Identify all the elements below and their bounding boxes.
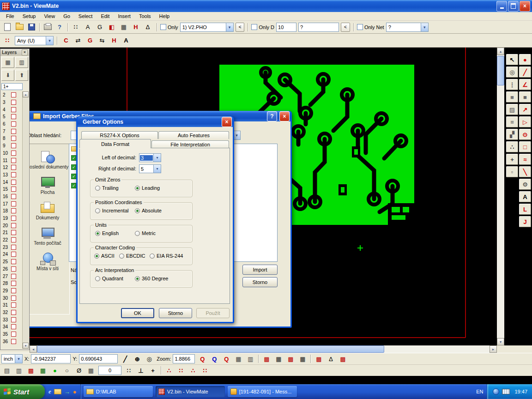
dialog-help-button[interactable]: ? [267, 111, 277, 121]
chevron-down-icon[interactable]: ▾ [421, 23, 428, 31]
coding-eia-radio[interactable]: EIA RS-244 [150, 253, 183, 259]
layer-row[interactable]: 16 [1, 193, 23, 200]
layer-row[interactable]: 35 [1, 331, 23, 338]
arc-quadrant-radio[interactable]: Quadrant [95, 276, 123, 281]
layer-color-swatch[interactable] [11, 223, 16, 228]
layer-grid-button[interactable]: ▦ [1, 57, 14, 68]
sel-pattern-1-button[interactable]: ∴ [163, 365, 175, 376]
scroll-down-button[interactable]: ▾ [497, 338, 504, 345]
layer-row[interactable]: 25 [1, 258, 23, 266]
menu-help[interactable]: Help [155, 12, 174, 20]
layer-color-swatch[interactable] [11, 216, 16, 221]
film-pattern-4-button[interactable]: ▦ [297, 353, 308, 364]
context-help-button[interactable]: ? [54, 22, 65, 33]
menu-go[interactable]: Go [59, 12, 74, 20]
taskbar-task-viewmate[interactable]: V2.bin - ViewMate [156, 386, 225, 397]
layer-lines-button[interactable]: ≡ [506, 116, 518, 127]
scroll-left-button[interactable]: ◂ [30, 345, 37, 353]
import-dialog-close-button[interactable]: × [279, 111, 290, 121]
only-net-checkbox[interactable] [357, 24, 363, 30]
draw-line-button[interactable]: ╱ [519, 66, 531, 78]
board-stack-button[interactable]: ▤ [1, 365, 12, 376]
menu-tools[interactable]: Tools [135, 12, 155, 20]
ie-icon[interactable]: e [48, 388, 51, 395]
draw-slash-button[interactable]: ╲ [519, 166, 531, 177]
vertical-scroll-thumb[interactable] [497, 56, 504, 85]
net-pattern-button[interactable]: ▦ [37, 365, 48, 376]
draw-pad-button[interactable]: ● [519, 54, 531, 65]
probe-circle-button[interactable]: ◎ [144, 353, 155, 364]
omit-zeros-leading-radio[interactable]: Leading [135, 185, 160, 191]
layer-row[interactable]: 3 [1, 99, 23, 106]
prev-dcode-button[interactable]: < [341, 23, 350, 32]
layer-color-swatch[interactable] [11, 317, 16, 322]
layer-color-swatch[interactable] [11, 310, 16, 315]
draw-l-button[interactable]: L [519, 204, 531, 215]
layer-row[interactable]: 20 [1, 222, 23, 229]
layer-row[interactable]: 21 [1, 229, 23, 236]
layer-row[interactable]: 32 [1, 309, 23, 316]
filled-pad-button[interactable]: ■ [506, 91, 518, 103]
layer-row[interactable]: 19 [1, 215, 23, 222]
layer-row[interactable]: 24 [1, 251, 23, 258]
layer-color-swatch[interactable] [11, 172, 16, 177]
draw-angle-button[interactable]: ∠ [519, 79, 531, 90]
layer-row[interactable]: 9 [1, 142, 23, 150]
save-file-button[interactable] [26, 22, 37, 33]
y-coordinate-input[interactable] [79, 354, 118, 363]
dcode-input[interactable] [276, 23, 296, 32]
draw-arc-button[interactable]: ≈ [519, 154, 531, 165]
layer-move-up-button[interactable]: ⬆ [15, 70, 28, 81]
layers-scroll-down[interactable]: ▾ [23, 343, 29, 349]
ready-light-button[interactable]: ● [49, 365, 60, 376]
draw-polygon-button[interactable]: ▷ [519, 116, 531, 127]
tab-file-interpretation[interactable]: File Interpretation [151, 140, 229, 148]
highlight-net-button[interactable]: H [130, 22, 141, 33]
sel-pattern-4-button[interactable]: ∷ [200, 365, 211, 376]
layers-scroll-up[interactable]: ▴ [23, 91, 29, 97]
circle-c-button[interactable]: C [60, 35, 72, 46]
crosshair-button[interactable]: + [506, 154, 518, 165]
layer-color-swatch[interactable] [11, 324, 16, 329]
angle-measure-button[interactable]: ∆ [325, 353, 336, 364]
active-layer-field[interactable]: 1+ [1, 83, 23, 90]
chevron-down-icon[interactable]: ▾ [226, 23, 233, 31]
restore-button[interactable] [508, 1, 519, 12]
dot-grid-button[interactable]: ∷ [123, 365, 134, 376]
layer-color-swatch[interactable] [11, 281, 16, 286]
report-table-button[interactable]: ▦ [118, 22, 129, 33]
place-my-computer[interactable]: Tento počítač [26, 227, 69, 246]
layer-row[interactable]: 17 [1, 200, 23, 207]
zoom-box-button[interactable]: Q [209, 353, 220, 364]
place-network[interactable]: Místa v síti [26, 252, 69, 271]
dcode-dots-button[interactable]: ∷ [70, 22, 81, 33]
layer-row[interactable]: 2 [1, 91, 23, 99]
layer-row[interactable]: 36 [1, 338, 23, 345]
menu-insert[interactable]: Insert [114, 12, 135, 20]
aperture-list-button[interactable]: A [82, 22, 93, 33]
film-pattern-6-button[interactable]: ▩ [337, 353, 348, 364]
print-button[interactable] [42, 22, 53, 33]
text-tool-button[interactable]: A [519, 191, 531, 202]
draw-j-button[interactable]: J [519, 216, 531, 227]
select-cursor-button[interactable]: ↖ [506, 54, 518, 65]
layer-row[interactable]: 8 [1, 135, 23, 142]
union-pattern-button[interactable]: ▩ [25, 365, 36, 376]
measure-angle-button[interactable]: ∆ [142, 22, 153, 33]
layer-row[interactable]: 18 [1, 207, 23, 215]
layer-row[interactable]: 15 [1, 186, 23, 193]
close-button[interactable]: × [520, 1, 530, 12]
place-recent-documents[interactable]: Poslední dokumenty [26, 151, 69, 169]
new-file-button[interactable] [2, 22, 13, 33]
layer-row[interactable]: 5 [1, 113, 23, 121]
pencil-line-button[interactable]: ╱ [120, 353, 131, 364]
horizontal-scrollbar[interactable]: ◂ ▸ [30, 345, 497, 353]
zoom-sel-button[interactable]: Q [221, 353, 232, 364]
minimize-button[interactable] [496, 1, 507, 12]
layer-color-swatch[interactable] [11, 114, 16, 119]
layer-color-swatch[interactable] [11, 107, 16, 112]
unit-combo[interactable]: inch ▾ [1, 354, 23, 363]
taskbar-task-message[interactable]: [191-482-091] - Mess... [228, 386, 297, 397]
a-tool-button[interactable]: A [121, 35, 132, 46]
go-arrow-icon[interactable]: → [64, 388, 70, 395]
